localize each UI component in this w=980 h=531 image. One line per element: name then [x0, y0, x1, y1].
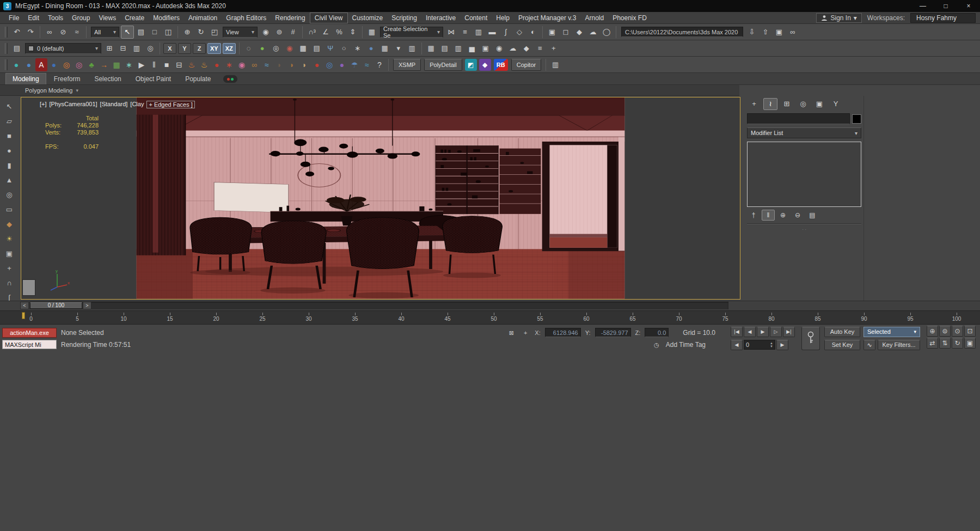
green-grid-icon[interactable]: ▦	[111, 58, 122, 71]
axis-constraint-button[interactable]: Z	[193, 43, 206, 54]
teapot-icon[interactable]: ◆	[2, 218, 16, 231]
rings-icon[interactable]: ◎	[270, 42, 283, 55]
cube-icon[interactable]: ■	[2, 130, 16, 143]
menu-item[interactable]: Views	[94, 13, 120, 23]
ribbon-tab[interactable]: Freeform	[47, 74, 87, 84]
undo-icon[interactable]: ↶	[10, 26, 23, 39]
pin-stack-icon[interactable]: †	[747, 210, 760, 221]
play-button[interactable]: ▶	[757, 327, 769, 337]
y-coordinate-field[interactable]: -5829.977	[595, 328, 631, 337]
magnet-icon[interactable]: ∩	[2, 277, 16, 290]
green-leaf-icon[interactable]: ♣	[85, 58, 97, 71]
maxscript-mini-listener[interactable]: MAXScript Mi	[2, 340, 57, 349]
cone-icon[interactable]: ▲	[2, 174, 16, 187]
angle-snap-icon[interactable]: ∠	[319, 26, 332, 39]
menu-item[interactable]: Graph Editors	[222, 13, 271, 23]
modifier-stack[interactable]	[747, 142, 861, 207]
pin-dot-icon[interactable]: ◉	[493, 42, 506, 55]
ribbon-tab[interactable]: Populate	[179, 74, 217, 84]
mirror-icon[interactable]: ⋈	[445, 26, 458, 39]
red-splash-icon[interactable]: ∗	[223, 58, 235, 71]
default-tangent-icon[interactable]: ∿	[863, 340, 875, 350]
select-and-manipulate-icon[interactable]: ⊚	[273, 26, 286, 39]
menu-item[interactable]: Rendering	[271, 13, 309, 23]
menu-item[interactable]: Animation	[184, 13, 222, 23]
frame-spinner[interactable]: ▲▼	[770, 341, 773, 348]
plus-tool-icon[interactable]: +	[547, 42, 560, 55]
pause-icon[interactable]: ‖	[148, 58, 160, 71]
toolbar-grip[interactable]	[5, 27, 8, 38]
brown-teapot-icon[interactable]: ◗	[286, 58, 298, 71]
use-pivot-point-center-icon[interactable]: ◉	[259, 26, 272, 39]
menu-item[interactable]: Project Manager v.3	[514, 13, 581, 23]
viewport-pov-menu[interactable]: [PhysCamera001]	[50, 101, 97, 108]
go-to-end-button[interactable]: ▶|	[783, 327, 795, 337]
selection-circle-icon[interactable]: ◌	[242, 42, 255, 55]
circle-outline-icon[interactable]: ○	[338, 42, 351, 55]
viewport[interactable]: [+] [PhysCamera001] [Standard] [Clay + E…	[21, 97, 740, 300]
select-and-rotate-icon[interactable]: ↻	[194, 26, 207, 39]
pink-ring-icon[interactable]: ◎	[73, 58, 85, 71]
orange-ring-icon[interactable]: ◎	[60, 58, 72, 71]
flyout-arrow-icon[interactable]: ▾	[392, 42, 405, 55]
data-grid-icon[interactable]: ▦	[297, 42, 310, 55]
rectangular-selection-region-icon[interactable]: □	[148, 26, 161, 39]
axis-constraint-button[interactable]: X	[163, 43, 176, 54]
spreadsheet-icon[interactable]: ▦	[425, 42, 438, 55]
blue-sphere-icon[interactable]: ●	[23, 58, 35, 71]
menu-item[interactable]: Content	[460, 13, 492, 23]
green-dot-icon[interactable]: ●	[256, 42, 269, 55]
wave-icon[interactable]: ≈	[361, 58, 373, 71]
blue-bird-icon[interactable]: ≈	[261, 58, 273, 71]
menu-item[interactable]: Phoenix FD	[608, 13, 651, 23]
snaps-toggle-icon[interactable]: ∩³	[305, 26, 318, 39]
menu-item[interactable]: Edit	[23, 13, 44, 23]
x-coordinate-field[interactable]: 6128.946	[545, 328, 581, 337]
key-selection-dropdown[interactable]: Selected▾	[863, 327, 920, 337]
dark-teapot-icon[interactable]: ◗	[273, 58, 285, 71]
selection-lock-icon[interactable]: ⊠	[506, 328, 516, 338]
key-previous-button[interactable]: ◀	[731, 340, 743, 350]
umbrella-icon[interactable]: ☂	[348, 58, 360, 71]
project-path-field[interactable]: C:\Users\20122\Documents\3ds Max 2020	[621, 27, 743, 37]
blue-sphere-icon[interactable]: ●	[365, 42, 378, 55]
create-new-layer-icon[interactable]: ⊞	[103, 42, 116, 55]
display-tab[interactable]: ▣	[812, 98, 826, 110]
menu-item[interactable]: Create	[120, 13, 149, 23]
close-button[interactable]: ×	[957, 0, 980, 12]
toolbar-grip[interactable]	[5, 43, 8, 54]
select-and-link-icon[interactable]: ∞	[43, 26, 56, 39]
orbit-icon[interactable]: ↻	[952, 338, 963, 349]
asterisk-icon[interactable]: ∗	[351, 42, 364, 55]
plane-icon[interactable]: ▭	[2, 203, 16, 216]
next-frame-arrow[interactable]: >	[83, 302, 91, 309]
next-frame-button[interactable]: ▷	[770, 327, 782, 337]
edit-table-icon[interactable]: ▤	[438, 42, 451, 55]
hierarchy-tab[interactable]: ⊞	[780, 98, 794, 110]
select-by-name-icon[interactable]: ▤	[134, 26, 148, 39]
parallelogram-icon[interactable]: ▱	[2, 115, 16, 128]
modifier-list-dropdown[interactable]: Modifier List ▾	[747, 127, 861, 138]
select-and-scale-icon[interactable]: ◰	[208, 26, 221, 39]
modify-tab[interactable]: ≀	[763, 98, 777, 110]
sign-in-button[interactable]: Sign In ▾	[816, 13, 861, 23]
chart-icon[interactable]: ▥	[406, 42, 419, 55]
flame2-icon[interactable]: ♨	[198, 58, 210, 71]
show-end-result-icon[interactable]: ‖	[762, 210, 775, 221]
red-drop-icon[interactable]: ●	[211, 58, 223, 71]
red-sphere-icon[interactable]: ●	[311, 58, 323, 71]
track-bar[interactable]: 0510152025303540455055606570758085909510…	[0, 310, 980, 325]
play-icon[interactable]: ▶	[136, 58, 148, 71]
axis-constraint-button[interactable]: XY	[207, 43, 221, 54]
key-filters-button[interactable]: Key Filters...	[878, 340, 920, 350]
zoom-region-icon[interactable]: ⊡	[964, 326, 976, 337]
ribbon-tab[interactable]: Modeling	[5, 73, 46, 84]
keyboard-shortcut-override-icon[interactable]: #	[286, 26, 299, 39]
arnold-a-icon[interactable]: A	[35, 58, 47, 71]
media-play-icon[interactable]	[223, 75, 237, 83]
window-crossing-toggle-icon[interactable]: ◫	[162, 26, 175, 39]
copitor-button[interactable]: Copitor	[511, 59, 541, 71]
select-and-move-icon[interactable]: ⊕	[181, 26, 194, 39]
question-mark-icon[interactable]: ?	[373, 58, 385, 71]
rendered-frame-window-icon[interactable]: ◻	[559, 26, 572, 39]
